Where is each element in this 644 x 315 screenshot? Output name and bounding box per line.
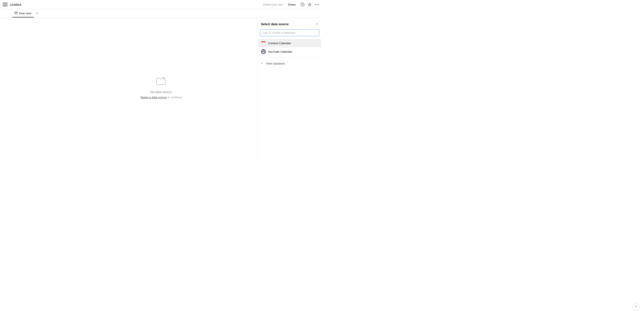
edited-timestamp: Edited just now <box>263 3 283 6</box>
svg-text:?: ? <box>163 77 164 79</box>
svg-rect-10 <box>16 13 17 13</box>
new-database-label: New database <box>266 62 285 65</box>
tab-bar: New view + <box>0 9 322 18</box>
panel-close-button[interactable]: × <box>316 22 318 26</box>
menu-icon[interactable] <box>3 2 8 6</box>
header-right: Edited just now Share <box>263 2 319 7</box>
svg-point-21 <box>262 50 263 52</box>
header: Untitled Edited just now Share <box>0 0 322 9</box>
svg-point-22 <box>264 50 265 52</box>
calendar-grid-icon <box>14 11 18 15</box>
no-datasource-icon: ? <box>156 77 166 88</box>
main-content: ? No data source Select a data source to… <box>0 18 322 157</box>
svg-rect-1 <box>3 4 7 5</box>
page-title: Untitled <box>10 3 21 6</box>
empty-subtitle: Select a data source to continue <box>140 96 182 99</box>
plus-icon: + <box>260 61 264 65</box>
svg-text:M: M <box>262 43 262 44</box>
database-search-input[interactable] <box>260 29 319 36</box>
youtube-calendar-label: YouTube Calendar <box>268 50 292 53</box>
content-calendar-icon: 12 M T W <box>261 41 266 45</box>
list-item[interactable]: 12 M T W Content Calendar <box>258 39 321 47</box>
star-icon[interactable] <box>308 2 312 6</box>
add-tab-button[interactable]: + <box>35 10 40 17</box>
empty-title: No data source <box>150 90 172 94</box>
svg-point-6 <box>318 4 319 5</box>
panel-title: Select data source <box>261 22 289 26</box>
panel-divider <box>260 58 319 58</box>
search-input-wrapper <box>258 29 322 39</box>
data-source-panel: Select data source × 12 M T W <box>257 18 322 157</box>
svg-text:W: W <box>264 43 265 44</box>
svg-point-5 <box>317 4 318 5</box>
svg-rect-9 <box>16 13 16 13</box>
new-database-item[interactable]: + New database <box>258 60 322 67</box>
panel-item-list: 12 M T W Content Calendar <box>258 39 322 56</box>
svg-point-4 <box>315 4 316 5</box>
share-button[interactable]: Share <box>286 2 298 7</box>
list-item[interactable]: YouTube Calendar <box>258 47 321 56</box>
content-calendar-label: Content Calendar <box>268 41 291 45</box>
svg-point-20 <box>261 49 266 54</box>
select-data-source-link[interactable]: Select a data source <box>140 96 167 99</box>
svg-rect-0 <box>3 3 7 3</box>
svg-rect-2 <box>3 5 7 6</box>
svg-rect-8 <box>15 13 16 13</box>
svg-point-23 <box>262 52 264 53</box>
tab-new-view-label: New view <box>19 12 32 15</box>
more-options-icon[interactable] <box>315 4 319 5</box>
clock-icon[interactable] <box>300 2 304 6</box>
tab-new-view[interactable]: New view <box>12 9 34 17</box>
header-left: Untitled <box>3 2 21 6</box>
youtube-calendar-icon <box>261 49 266 54</box>
svg-text:12: 12 <box>263 42 264 43</box>
empty-subtitle-after: to continue <box>167 96 182 99</box>
panel-header: Select data source × <box>258 18 322 29</box>
